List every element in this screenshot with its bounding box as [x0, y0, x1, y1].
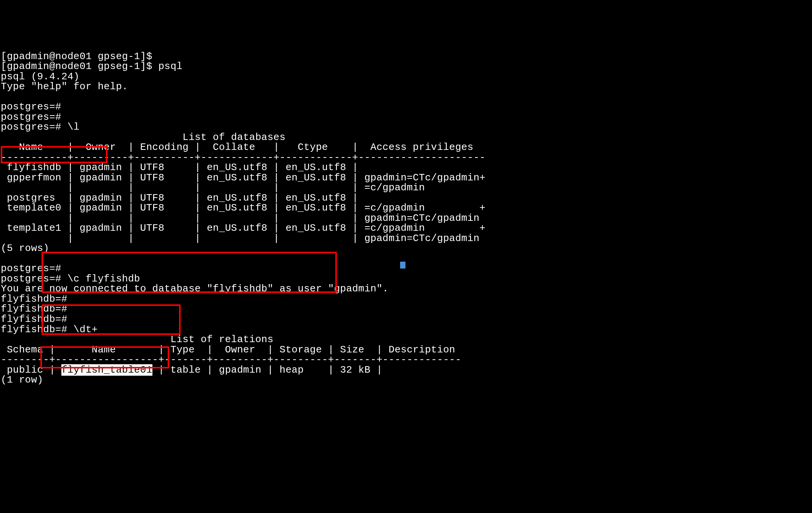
rel-list-header: Schema | Name | Type | Owner | Storage |…	[1, 344, 461, 355]
db-list-separator: -----------+---------+----------+-------…	[1, 152, 485, 163]
psql-prompt: flyfishdb=#	[1, 303, 67, 315]
db-list-header: Name | Owner | Encoding | Collate | Ctyp…	[1, 142, 485, 153]
psql-prompt: postgres=#	[1, 111, 61, 123]
psql-prompt: flyfishdb=#	[1, 314, 67, 325]
psql-prompt: postgres=#	[1, 101, 61, 113]
psql-prompt: flyfishdb=# \dt+	[1, 324, 98, 335]
prompt-line: [gpadmin@node01 gpseg-1]$	[1, 51, 152, 62]
selected-table-name: flyfish_table01	[61, 364, 152, 376]
table-row: postgres | gpadmin | UTF8 | en_US.utf8 |…	[1, 192, 364, 204]
row-count: (1 row)	[1, 374, 43, 386]
table-row: gpperfmon | gpadmin | UTF8 | en_US.utf8 …	[1, 172, 485, 183]
psql-prompt: postgres=# \l	[1, 121, 80, 133]
table-row: template0 | gpadmin | UTF8 | en_US.utf8 …	[1, 202, 485, 214]
table-row: | | | | | gpadmin=CTc/gpadmin	[1, 212, 479, 224]
prompt-line: [gpadmin@node01 gpseg-1]$ psql	[1, 61, 183, 72]
help-hint: Type "help" for help.	[1, 81, 128, 92]
psql-prompt: postgres=# \c flyfishdb	[1, 273, 140, 285]
table-row: flyfishdb | gpadmin | UTF8 | en_US.utf8 …	[1, 162, 364, 173]
cursor-icon	[400, 262, 405, 269]
terminal-output[interactable]: [gpadmin@node01 gpseg-1]$ [gpadmin@node0…	[1, 41, 811, 436]
table-row: | | | | | gpadmin=CTc/gpadmin	[1, 233, 479, 244]
table-row: template1 | gpadmin | UTF8 | en_US.utf8 …	[1, 222, 485, 234]
psql-prompt: flyfishdb=#	[1, 293, 67, 305]
psql-prompt: postgres=#	[1, 263, 61, 274]
connect-msg: You are now connected to database "flyfi…	[1, 283, 389, 294]
table-row: public | flyfish_table01 | table | gpadm…	[1, 364, 389, 376]
row-count: (5 rows)	[1, 243, 49, 254]
psql-version: psql (9.4.24)	[1, 71, 80, 82]
db-list-title: List of databases	[1, 132, 285, 143]
table-row: | | | | | =c/gpadmin	[1, 182, 425, 193]
rel-list-separator: --------+-----------------+-------+-----…	[1, 354, 461, 365]
rel-list-title: List of relations	[1, 334, 274, 345]
